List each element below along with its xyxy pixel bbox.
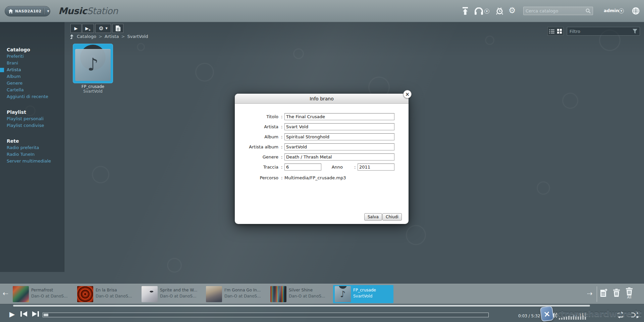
plus-icon: + xyxy=(88,28,91,32)
user-menu[interactable]: admin xyxy=(604,8,619,13)
queue-item[interactable]: I'm Gonna Go In... Dan-O at DanoS... xyxy=(204,285,267,303)
artista-field[interactable] xyxy=(284,123,394,130)
queue-item[interactable]: Permafrost Dan-O at DanoS... xyxy=(11,285,73,303)
sidebar-section-playlist: Playlist xyxy=(7,109,64,116)
song-info-button[interactable] xyxy=(112,24,123,33)
track-artwork xyxy=(13,286,29,302)
queue-scroll-right-icon[interactable]: ⇢ xyxy=(587,289,593,297)
filter-box xyxy=(567,27,640,36)
track-artist: Dan-O at DanoS... xyxy=(289,294,325,298)
track-title: I'm Gonna Go In... xyxy=(224,288,261,292)
field-label-percorso: Percorso xyxy=(235,174,278,182)
play-button[interactable]: ▶ xyxy=(9,311,15,318)
queue-item-current[interactable]: ♪ FP_crusade SvartVold xyxy=(333,285,393,303)
queue-scrollbar[interactable] xyxy=(13,305,590,307)
play-icon: ▶ xyxy=(74,26,78,31)
sidebar-item-brani[interactable]: Brani xyxy=(7,60,64,66)
previous-track-icon[interactable] xyxy=(20,311,28,317)
sidebar-item-artista[interactable]: Artista xyxy=(7,66,64,73)
breadcrumb-catalogo[interactable]: Catalogo xyxy=(77,34,96,39)
field-label-genere: Genere xyxy=(235,153,278,161)
sidebar-item-album[interactable]: Album xyxy=(7,73,64,80)
gear-icon[interactable]: ⚙ xyxy=(508,6,516,15)
level-up-icon[interactable] xyxy=(70,34,74,39)
anno-field[interactable] xyxy=(358,164,394,171)
search-input[interactable] xyxy=(526,8,586,13)
sidebar-item-cartella[interactable]: Cartella xyxy=(7,87,64,93)
clear-all-icon[interactable]: All xyxy=(626,287,633,299)
seek-bar-fill xyxy=(44,314,48,316)
filter-input[interactable] xyxy=(570,29,633,34)
watermark-text: xtremehardware.it xyxy=(555,309,641,319)
sidebar-item-server-multimediale[interactable]: Server multimediale xyxy=(7,158,64,165)
clear-all-label: All xyxy=(626,296,633,299)
active-item-marker xyxy=(0,68,4,72)
funnel-icon[interactable] xyxy=(633,29,637,34)
divider xyxy=(44,8,44,14)
logo-bold: Music xyxy=(58,6,87,16)
chevron-down-icon: ▼ xyxy=(106,27,108,30)
player-queue-bar: ⇠ Permafrost Dan-O at DanoS... En la Bri… xyxy=(0,284,644,304)
music-note-icon: ♪ xyxy=(87,54,98,75)
sidebar-item-aggiunti[interactable]: Aggiunti di recente xyxy=(7,93,64,100)
watermark-logo: × xyxy=(540,306,554,322)
next-track-icon[interactable] xyxy=(32,311,39,317)
chevron-down-icon[interactable]: ▼ xyxy=(47,10,49,13)
field-label-album: Album xyxy=(235,133,278,141)
settings-button[interactable]: ⚙ ▼ xyxy=(95,24,111,33)
genere-field[interactable] xyxy=(284,153,394,160)
vinyl-disc xyxy=(339,286,347,289)
remove-track-icon[interactable] xyxy=(613,289,620,297)
sidebar-section-catalogo: Catalogo xyxy=(7,46,64,53)
save-button[interactable]: Salva xyxy=(364,213,382,221)
upload-icon[interactable] xyxy=(462,7,469,15)
album-field[interactable] xyxy=(284,133,394,140)
gear-icon: ⚙ xyxy=(99,26,103,31)
sidebar-item-preferiti[interactable]: Preferiti xyxy=(7,53,64,60)
track-artist: Dan-O at DanoS... xyxy=(160,294,197,298)
artista-album-field[interactable] xyxy=(284,143,394,150)
seek-bar[interactable] xyxy=(43,313,489,317)
album-title: FP_crusade xyxy=(66,84,120,89)
globe-icon[interactable] xyxy=(632,7,640,15)
track-artist: Dan-O at DanoS... xyxy=(96,294,132,298)
track-artwork xyxy=(142,286,158,302)
sidebar-item-radio-tunein[interactable]: Radio TuneIn xyxy=(7,151,64,158)
play-button[interactable]: ▶ xyxy=(70,24,82,33)
track-artwork xyxy=(206,286,222,302)
queue-item[interactable]: En la Brisa Dan-O at DanoS... xyxy=(75,285,138,303)
headphones-icon[interactable] xyxy=(474,7,483,15)
add-to-queue-button[interactable]: ▶ + xyxy=(82,24,94,33)
app-background: NASD2A102 ▼ MusicStation ▼ ⚙ admin ▼ xyxy=(0,0,644,322)
user-menu-caret-icon[interactable]: ▼ xyxy=(619,8,624,13)
sidebar-item-playlist-condivise[interactable]: Playlist condivise xyxy=(7,122,64,129)
track-artwork xyxy=(270,286,286,302)
track-artwork xyxy=(77,286,93,302)
logo-light: Station xyxy=(87,6,118,16)
breadcrumb-separator: > xyxy=(121,34,125,39)
queue-scroll-left-icon[interactable]: ⇠ xyxy=(3,289,8,297)
save-playlist-icon[interactable] xyxy=(600,289,607,297)
close-icon[interactable]: × xyxy=(403,90,412,98)
headphones-menu-caret-icon[interactable]: ▼ xyxy=(484,9,489,14)
album-tile-selected[interactable]: ♪ xyxy=(73,44,113,83)
grid-view-icon[interactable] xyxy=(557,29,562,34)
alarm-icon[interactable] xyxy=(496,7,503,15)
close-button[interactable]: Chiudi xyxy=(382,213,402,221)
queue-item[interactable]: Silver Shine Dan-O at DanoS... xyxy=(269,285,331,303)
breadcrumb-artista[interactable]: Artista xyxy=(105,34,119,39)
list-view-icon[interactable] xyxy=(549,29,554,34)
search-icon[interactable] xyxy=(586,8,591,13)
track-title: Sprite and the W... xyxy=(160,288,197,292)
sidebar-item-radio-preferita[interactable]: Radio preferita xyxy=(7,144,64,151)
field-label-traccia: Traccia xyxy=(235,164,278,171)
album-caption: FP_crusade SvartVold xyxy=(66,84,120,94)
nas-selector-button[interactable]: NASD2A102 ▼ xyxy=(5,6,50,16)
nas-name-label: NASD2A102 xyxy=(15,9,41,13)
titolo-field[interactable] xyxy=(284,113,394,120)
sidebar-item-playlist-personali[interactable]: Playlist personali xyxy=(7,116,64,122)
queue-item[interactable]: Sprite and the W... Dan-O at DanoS... xyxy=(140,285,202,303)
breadcrumb-separator: > xyxy=(99,34,102,39)
song-info-dialog: Info brano × Titolo : Artista : Album : … xyxy=(235,94,409,224)
sidebar-item-genere[interactable]: Genere xyxy=(7,80,64,87)
